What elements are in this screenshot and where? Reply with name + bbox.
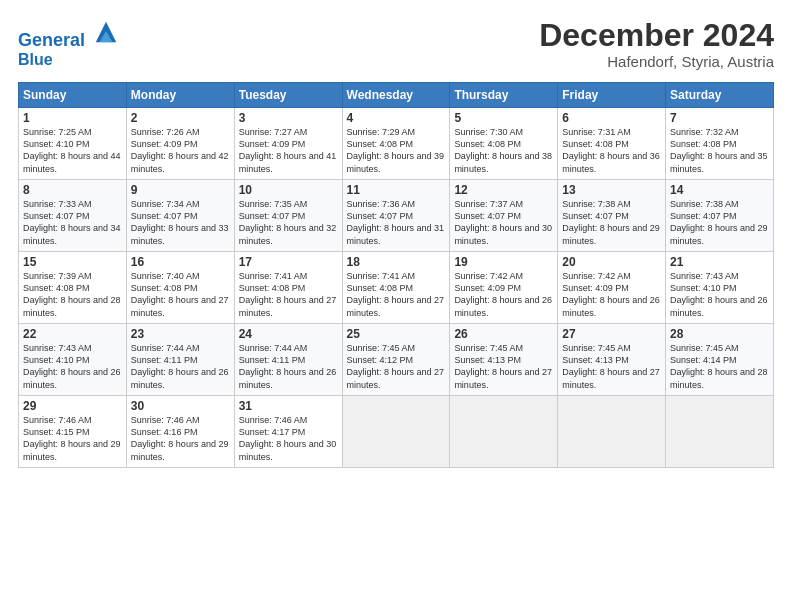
calendar-cell: 5 Sunrise: 7:30 AM Sunset: 4:08 PM Dayli…: [450, 108, 558, 180]
calendar-cell: 29 Sunrise: 7:46 AM Sunset: 4:15 PM Dayl…: [19, 396, 127, 468]
calendar-cell: 20 Sunrise: 7:42 AM Sunset: 4:09 PM Dayl…: [558, 252, 666, 324]
col-wednesday: Wednesday: [342, 83, 450, 108]
day-number: 6: [562, 111, 661, 125]
day-number: 30: [131, 399, 230, 413]
calendar-cell: 13 Sunrise: 7:38 AM Sunset: 4:07 PM Dayl…: [558, 180, 666, 252]
day-number: 2: [131, 111, 230, 125]
day-info: Sunrise: 7:38 AM Sunset: 4:07 PM Dayligh…: [562, 198, 661, 247]
calendar-cell: 7 Sunrise: 7:32 AM Sunset: 4:08 PM Dayli…: [666, 108, 774, 180]
day-number: 15: [23, 255, 122, 269]
day-number: 31: [239, 399, 338, 413]
calendar-cell: 22 Sunrise: 7:43 AM Sunset: 4:10 PM Dayl…: [19, 324, 127, 396]
day-info: Sunrise: 7:37 AM Sunset: 4:07 PM Dayligh…: [454, 198, 553, 247]
calendar-cell: 10 Sunrise: 7:35 AM Sunset: 4:07 PM Dayl…: [234, 180, 342, 252]
day-info: Sunrise: 7:29 AM Sunset: 4:08 PM Dayligh…: [347, 126, 446, 175]
day-info: Sunrise: 7:35 AM Sunset: 4:07 PM Dayligh…: [239, 198, 338, 247]
day-number: 23: [131, 327, 230, 341]
calendar-cell: 21 Sunrise: 7:43 AM Sunset: 4:10 PM Dayl…: [666, 252, 774, 324]
col-friday: Friday: [558, 83, 666, 108]
calendar-cell: [342, 396, 450, 468]
calendar-table: Sunday Monday Tuesday Wednesday Thursday…: [18, 82, 774, 468]
col-sunday: Sunday: [19, 83, 127, 108]
calendar-cell: 27 Sunrise: 7:45 AM Sunset: 4:13 PM Dayl…: [558, 324, 666, 396]
calendar-cell: [450, 396, 558, 468]
calendar-cell: 31 Sunrise: 7:46 AM Sunset: 4:17 PM Dayl…: [234, 396, 342, 468]
calendar-cell: 14 Sunrise: 7:38 AM Sunset: 4:07 PM Dayl…: [666, 180, 774, 252]
calendar-cell: 9 Sunrise: 7:34 AM Sunset: 4:07 PM Dayli…: [126, 180, 234, 252]
day-number: 3: [239, 111, 338, 125]
day-number: 13: [562, 183, 661, 197]
day-info: Sunrise: 7:46 AM Sunset: 4:16 PM Dayligh…: [131, 414, 230, 463]
logo-general: General: [18, 30, 85, 50]
day-info: Sunrise: 7:34 AM Sunset: 4:07 PM Dayligh…: [131, 198, 230, 247]
day-info: Sunrise: 7:30 AM Sunset: 4:08 PM Dayligh…: [454, 126, 553, 175]
day-number: 10: [239, 183, 338, 197]
day-info: Sunrise: 7:26 AM Sunset: 4:09 PM Dayligh…: [131, 126, 230, 175]
calendar-cell: 23 Sunrise: 7:44 AM Sunset: 4:11 PM Dayl…: [126, 324, 234, 396]
day-info: Sunrise: 7:39 AM Sunset: 4:08 PM Dayligh…: [23, 270, 122, 319]
calendar-cell: 16 Sunrise: 7:40 AM Sunset: 4:08 PM Dayl…: [126, 252, 234, 324]
calendar-cell: 18 Sunrise: 7:41 AM Sunset: 4:08 PM Dayl…: [342, 252, 450, 324]
day-number: 24: [239, 327, 338, 341]
day-number: 7: [670, 111, 769, 125]
day-number: 16: [131, 255, 230, 269]
day-info: Sunrise: 7:41 AM Sunset: 4:08 PM Dayligh…: [347, 270, 446, 319]
header-row: Sunday Monday Tuesday Wednesday Thursday…: [19, 83, 774, 108]
day-number: 28: [670, 327, 769, 341]
day-info: Sunrise: 7:45 AM Sunset: 4:12 PM Dayligh…: [347, 342, 446, 391]
day-number: 19: [454, 255, 553, 269]
calendar-cell: 11 Sunrise: 7:36 AM Sunset: 4:07 PM Dayl…: [342, 180, 450, 252]
day-info: Sunrise: 7:42 AM Sunset: 4:09 PM Dayligh…: [562, 270, 661, 319]
day-number: 14: [670, 183, 769, 197]
calendar-cell: 4 Sunrise: 7:29 AM Sunset: 4:08 PM Dayli…: [342, 108, 450, 180]
day-number: 12: [454, 183, 553, 197]
col-saturday: Saturday: [666, 83, 774, 108]
day-number: 21: [670, 255, 769, 269]
day-info: Sunrise: 7:31 AM Sunset: 4:08 PM Dayligh…: [562, 126, 661, 175]
day-number: 26: [454, 327, 553, 341]
day-info: Sunrise: 7:25 AM Sunset: 4:10 PM Dayligh…: [23, 126, 122, 175]
day-number: 29: [23, 399, 122, 413]
col-thursday: Thursday: [450, 83, 558, 108]
calendar-cell: 26 Sunrise: 7:45 AM Sunset: 4:13 PM Dayl…: [450, 324, 558, 396]
day-info: Sunrise: 7:27 AM Sunset: 4:09 PM Dayligh…: [239, 126, 338, 175]
day-info: Sunrise: 7:43 AM Sunset: 4:10 PM Dayligh…: [23, 342, 122, 391]
day-info: Sunrise: 7:38 AM Sunset: 4:07 PM Dayligh…: [670, 198, 769, 247]
logo: General Blue: [18, 18, 120, 68]
day-info: Sunrise: 7:36 AM Sunset: 4:07 PM Dayligh…: [347, 198, 446, 247]
day-number: 1: [23, 111, 122, 125]
day-number: 22: [23, 327, 122, 341]
day-number: 25: [347, 327, 446, 341]
day-number: 27: [562, 327, 661, 341]
calendar-cell: 28 Sunrise: 7:45 AM Sunset: 4:14 PM Dayl…: [666, 324, 774, 396]
day-info: Sunrise: 7:45 AM Sunset: 4:14 PM Dayligh…: [670, 342, 769, 391]
calendar-cell: 19 Sunrise: 7:42 AM Sunset: 4:09 PM Dayl…: [450, 252, 558, 324]
day-info: Sunrise: 7:40 AM Sunset: 4:08 PM Dayligh…: [131, 270, 230, 319]
day-number: 17: [239, 255, 338, 269]
month-title: December 2024: [539, 18, 774, 53]
calendar-week-row: 8 Sunrise: 7:33 AM Sunset: 4:07 PM Dayli…: [19, 180, 774, 252]
day-number: 4: [347, 111, 446, 125]
day-info: Sunrise: 7:45 AM Sunset: 4:13 PM Dayligh…: [454, 342, 553, 391]
col-monday: Monday: [126, 83, 234, 108]
calendar-week-row: 1 Sunrise: 7:25 AM Sunset: 4:10 PM Dayli…: [19, 108, 774, 180]
day-info: Sunrise: 7:44 AM Sunset: 4:11 PM Dayligh…: [131, 342, 230, 391]
calendar-cell: 24 Sunrise: 7:44 AM Sunset: 4:11 PM Dayl…: [234, 324, 342, 396]
day-number: 11: [347, 183, 446, 197]
day-info: Sunrise: 7:42 AM Sunset: 4:09 PM Dayligh…: [454, 270, 553, 319]
page-container: General Blue December 2024 Hafendorf, St…: [0, 0, 792, 478]
day-number: 8: [23, 183, 122, 197]
location: Hafendorf, Styria, Austria: [539, 53, 774, 70]
day-info: Sunrise: 7:46 AM Sunset: 4:17 PM Dayligh…: [239, 414, 338, 463]
day-info: Sunrise: 7:45 AM Sunset: 4:13 PM Dayligh…: [562, 342, 661, 391]
calendar-cell: 25 Sunrise: 7:45 AM Sunset: 4:12 PM Dayl…: [342, 324, 450, 396]
day-info: Sunrise: 7:44 AM Sunset: 4:11 PM Dayligh…: [239, 342, 338, 391]
day-info: Sunrise: 7:41 AM Sunset: 4:08 PM Dayligh…: [239, 270, 338, 319]
calendar-cell: 15 Sunrise: 7:39 AM Sunset: 4:08 PM Dayl…: [19, 252, 127, 324]
calendar-cell: [558, 396, 666, 468]
calendar-cell: [666, 396, 774, 468]
day-info: Sunrise: 7:46 AM Sunset: 4:15 PM Dayligh…: [23, 414, 122, 463]
calendar-cell: 12 Sunrise: 7:37 AM Sunset: 4:07 PM Dayl…: [450, 180, 558, 252]
calendar-cell: 1 Sunrise: 7:25 AM Sunset: 4:10 PM Dayli…: [19, 108, 127, 180]
calendar-cell: 6 Sunrise: 7:31 AM Sunset: 4:08 PM Dayli…: [558, 108, 666, 180]
